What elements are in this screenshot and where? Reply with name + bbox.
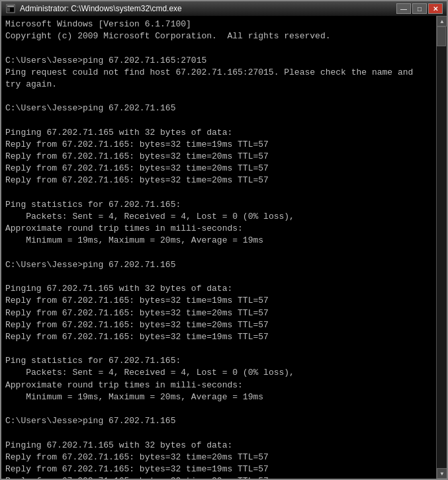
scroll-up-button[interactable]: ▲ [437, 16, 447, 26]
terminal-output[interactable]: Microsoft Windows [Version 6.1.7100] Cop… [1, 16, 436, 479]
svg-rect-2 [7, 8, 10, 9]
window-title: Administrator: C:\Windows\system32\cmd.e… [20, 4, 396, 13]
svg-rect-1 [7, 5, 14, 7]
minimize-button[interactable]: — [396, 3, 411, 14]
svg-rect-4 [7, 11, 10, 11]
window-controls: — □ ✕ [396, 3, 443, 14]
svg-rect-3 [7, 9, 10, 10]
scroll-track[interactable] [437, 26, 447, 468]
window-icon [5, 3, 16, 14]
close-button[interactable]: ✕ [428, 3, 443, 14]
content-area: Microsoft Windows [Version 6.1.7100] Cop… [1, 16, 447, 479]
scroll-thumb[interactable] [437, 26, 446, 46]
scroll-down-button[interactable]: ▼ [437, 468, 447, 479]
title-bar: Administrator: C:\Windows\system32\cmd.e… [1, 1, 447, 16]
scrollbar[interactable]: ▲ ▼ [436, 16, 447, 479]
cmd-window: Administrator: C:\Windows\system32\cmd.e… [0, 0, 448, 480]
maximize-button[interactable]: □ [412, 3, 427, 14]
